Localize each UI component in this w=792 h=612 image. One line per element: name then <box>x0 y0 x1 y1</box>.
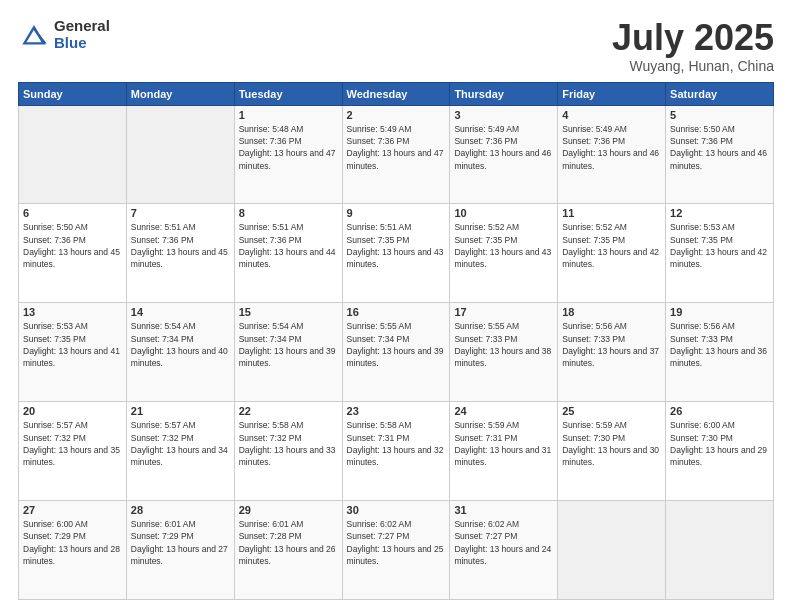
day-info: Sunrise: 5:49 AM Sunset: 7:36 PM Dayligh… <box>347 123 446 172</box>
page: General Blue July 2025 Wuyang, Hunan, Ch… <box>0 0 792 612</box>
day-number: 10 <box>454 207 553 219</box>
weekday-header: Sunday <box>19 82 127 105</box>
day-number: 6 <box>23 207 122 219</box>
day-number: 22 <box>239 405 338 417</box>
weekday-header: Saturday <box>666 82 774 105</box>
calendar-cell: 3Sunrise: 5:49 AM Sunset: 7:36 PM Daylig… <box>450 105 558 204</box>
day-number: 8 <box>239 207 338 219</box>
svg-marker-1 <box>34 27 47 43</box>
calendar-week-row: 27Sunrise: 6:00 AM Sunset: 7:29 PM Dayli… <box>19 501 774 600</box>
calendar-cell: 17Sunrise: 5:55 AM Sunset: 7:33 PM Dayli… <box>450 303 558 402</box>
calendar-cell: 9Sunrise: 5:51 AM Sunset: 7:35 PM Daylig… <box>342 204 450 303</box>
day-info: Sunrise: 6:00 AM Sunset: 7:29 PM Dayligh… <box>23 518 122 567</box>
day-info: Sunrise: 5:50 AM Sunset: 7:36 PM Dayligh… <box>670 123 769 172</box>
day-number: 5 <box>670 109 769 121</box>
calendar-week-row: 20Sunrise: 5:57 AM Sunset: 7:32 PM Dayli… <box>19 402 774 501</box>
day-info: Sunrise: 5:53 AM Sunset: 7:35 PM Dayligh… <box>670 221 769 270</box>
day-info: Sunrise: 5:59 AM Sunset: 7:31 PM Dayligh… <box>454 419 553 468</box>
day-info: Sunrise: 5:51 AM Sunset: 7:35 PM Dayligh… <box>347 221 446 270</box>
day-number: 4 <box>562 109 661 121</box>
day-info: Sunrise: 6:02 AM Sunset: 7:27 PM Dayligh… <box>454 518 553 567</box>
calendar-cell: 2Sunrise: 5:49 AM Sunset: 7:36 PM Daylig… <box>342 105 450 204</box>
calendar-cell: 25Sunrise: 5:59 AM Sunset: 7:30 PM Dayli… <box>558 402 666 501</box>
location: Wuyang, Hunan, China <box>612 58 774 74</box>
day-info: Sunrise: 5:57 AM Sunset: 7:32 PM Dayligh… <box>23 419 122 468</box>
calendar-week-row: 6Sunrise: 5:50 AM Sunset: 7:36 PM Daylig… <box>19 204 774 303</box>
weekday-header: Thursday <box>450 82 558 105</box>
day-number: 7 <box>131 207 230 219</box>
weekday-header: Wednesday <box>342 82 450 105</box>
calendar-cell: 21Sunrise: 5:57 AM Sunset: 7:32 PM Dayli… <box>126 402 234 501</box>
day-number: 11 <box>562 207 661 219</box>
weekday-header: Monday <box>126 82 234 105</box>
day-info: Sunrise: 5:52 AM Sunset: 7:35 PM Dayligh… <box>454 221 553 270</box>
day-info: Sunrise: 6:00 AM Sunset: 7:30 PM Dayligh… <box>670 419 769 468</box>
day-info: Sunrise: 5:55 AM Sunset: 7:34 PM Dayligh… <box>347 320 446 369</box>
day-number: 2 <box>347 109 446 121</box>
day-info: Sunrise: 5:54 AM Sunset: 7:34 PM Dayligh… <box>131 320 230 369</box>
logo-blue-label: Blue <box>54 35 110 52</box>
day-info: Sunrise: 5:58 AM Sunset: 7:32 PM Dayligh… <box>239 419 338 468</box>
calendar-cell: 19Sunrise: 5:56 AM Sunset: 7:33 PM Dayli… <box>666 303 774 402</box>
calendar-cell: 15Sunrise: 5:54 AM Sunset: 7:34 PM Dayli… <box>234 303 342 402</box>
logo-general-label: General <box>54 18 110 35</box>
day-info: Sunrise: 5:56 AM Sunset: 7:33 PM Dayligh… <box>670 320 769 369</box>
day-info: Sunrise: 5:49 AM Sunset: 7:36 PM Dayligh… <box>562 123 661 172</box>
day-number: 1 <box>239 109 338 121</box>
calendar-cell: 8Sunrise: 5:51 AM Sunset: 7:36 PM Daylig… <box>234 204 342 303</box>
weekday-header: Tuesday <box>234 82 342 105</box>
day-info: Sunrise: 5:51 AM Sunset: 7:36 PM Dayligh… <box>131 221 230 270</box>
day-info: Sunrise: 5:52 AM Sunset: 7:35 PM Dayligh… <box>562 221 661 270</box>
calendar-cell: 11Sunrise: 5:52 AM Sunset: 7:35 PM Dayli… <box>558 204 666 303</box>
calendar-cell: 23Sunrise: 5:58 AM Sunset: 7:31 PM Dayli… <box>342 402 450 501</box>
day-number: 28 <box>131 504 230 516</box>
day-number: 31 <box>454 504 553 516</box>
calendar-week-row: 1Sunrise: 5:48 AM Sunset: 7:36 PM Daylig… <box>19 105 774 204</box>
weekday-row: SundayMondayTuesdayWednesdayThursdayFrid… <box>19 82 774 105</box>
calendar-cell: 26Sunrise: 6:00 AM Sunset: 7:30 PM Dayli… <box>666 402 774 501</box>
day-info: Sunrise: 5:58 AM Sunset: 7:31 PM Dayligh… <box>347 419 446 468</box>
calendar-cell: 7Sunrise: 5:51 AM Sunset: 7:36 PM Daylig… <box>126 204 234 303</box>
calendar-cell <box>666 501 774 600</box>
day-info: Sunrise: 5:54 AM Sunset: 7:34 PM Dayligh… <box>239 320 338 369</box>
day-number: 12 <box>670 207 769 219</box>
day-info: Sunrise: 6:01 AM Sunset: 7:28 PM Dayligh… <box>239 518 338 567</box>
day-info: Sunrise: 6:02 AM Sunset: 7:27 PM Dayligh… <box>347 518 446 567</box>
calendar-cell: 18Sunrise: 5:56 AM Sunset: 7:33 PM Dayli… <box>558 303 666 402</box>
calendar-cell: 29Sunrise: 6:01 AM Sunset: 7:28 PM Dayli… <box>234 501 342 600</box>
day-info: Sunrise: 5:59 AM Sunset: 7:30 PM Dayligh… <box>562 419 661 468</box>
calendar-cell: 10Sunrise: 5:52 AM Sunset: 7:35 PM Dayli… <box>450 204 558 303</box>
day-number: 21 <box>131 405 230 417</box>
calendar-cell: 16Sunrise: 5:55 AM Sunset: 7:34 PM Dayli… <box>342 303 450 402</box>
calendar-cell: 28Sunrise: 6:01 AM Sunset: 7:29 PM Dayli… <box>126 501 234 600</box>
calendar-cell: 4Sunrise: 5:49 AM Sunset: 7:36 PM Daylig… <box>558 105 666 204</box>
day-number: 27 <box>23 504 122 516</box>
day-number: 13 <box>23 306 122 318</box>
day-number: 20 <box>23 405 122 417</box>
day-info: Sunrise: 5:55 AM Sunset: 7:33 PM Dayligh… <box>454 320 553 369</box>
calendar-cell: 6Sunrise: 5:50 AM Sunset: 7:36 PM Daylig… <box>19 204 127 303</box>
calendar-cell: 31Sunrise: 6:02 AM Sunset: 7:27 PM Dayli… <box>450 501 558 600</box>
calendar-body: 1Sunrise: 5:48 AM Sunset: 7:36 PM Daylig… <box>19 105 774 599</box>
day-info: Sunrise: 5:57 AM Sunset: 7:32 PM Dayligh… <box>131 419 230 468</box>
day-number: 9 <box>347 207 446 219</box>
calendar-cell: 30Sunrise: 6:02 AM Sunset: 7:27 PM Dayli… <box>342 501 450 600</box>
day-number: 24 <box>454 405 553 417</box>
calendar-cell: 13Sunrise: 5:53 AM Sunset: 7:35 PM Dayli… <box>19 303 127 402</box>
weekday-header: Friday <box>558 82 666 105</box>
calendar-cell: 24Sunrise: 5:59 AM Sunset: 7:31 PM Dayli… <box>450 402 558 501</box>
day-info: Sunrise: 5:56 AM Sunset: 7:33 PM Dayligh… <box>562 320 661 369</box>
calendar-cell: 27Sunrise: 6:00 AM Sunset: 7:29 PM Dayli… <box>19 501 127 600</box>
day-number: 23 <box>347 405 446 417</box>
logo: General Blue <box>18 18 110 51</box>
calendar-cell: 12Sunrise: 5:53 AM Sunset: 7:35 PM Dayli… <box>666 204 774 303</box>
title-block: July 2025 Wuyang, Hunan, China <box>612 18 774 74</box>
header: General Blue July 2025 Wuyang, Hunan, Ch… <box>18 18 774 74</box>
day-number: 25 <box>562 405 661 417</box>
calendar-cell: 1Sunrise: 5:48 AM Sunset: 7:36 PM Daylig… <box>234 105 342 204</box>
day-number: 26 <box>670 405 769 417</box>
day-info: Sunrise: 5:49 AM Sunset: 7:36 PM Dayligh… <box>454 123 553 172</box>
day-number: 19 <box>670 306 769 318</box>
calendar-cell: 5Sunrise: 5:50 AM Sunset: 7:36 PM Daylig… <box>666 105 774 204</box>
day-info: Sunrise: 6:01 AM Sunset: 7:29 PM Dayligh… <box>131 518 230 567</box>
